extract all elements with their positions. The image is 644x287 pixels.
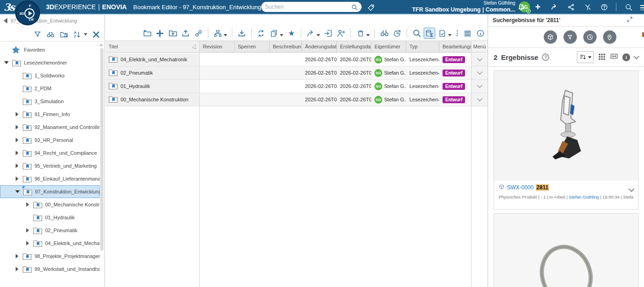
list-icon[interactable] [462,28,473,39]
tree-item-97-konstruktion-entwicklung[interactable]: 97_Konstruktion_Entwicklung [0,185,100,198]
row-menu-chevron-icon[interactable] [477,82,482,88]
column-header-typ[interactable]: Typ [406,41,439,52]
expand-arrow-icon[interactable] [26,202,29,207]
result-card[interactable]: SWX-00002811 Physisches Produkt | -.1 | … [494,70,638,210]
search-icon[interactable] [624,2,633,12]
page-caret-icon[interactable] [448,34,452,36]
binoculars-icon[interactable] [379,28,390,39]
tree-item-2-pdm[interactable]: 2_PDM [0,82,100,95]
close-x-icon[interactable] [92,30,101,39]
expand-arrow-icon[interactable] [16,112,18,117]
tree-item-93-hr-personal[interactable]: 93_HR_Personal [0,134,100,146]
tree-item-favoriten[interactable]: Favoriten [0,43,100,56]
column-header-beschreibung[interactable]: Beschreibung [270,41,302,52]
tree-item-lesezeichenordner[interactable]: Lesezeichenordner [0,56,100,69]
row-title[interactable]: 00_Mechanische Konstruktion [121,97,188,102]
tree-item-92-manament-und-controlling[interactable]: 92_Manament_und Controlling [0,121,100,134]
3dexperience-compass-logo[interactable]: Y 3D V.R [15,0,40,25]
bookmark-folder-new-icon[interactable] [141,28,153,39]
tree-arrow-slot[interactable] [14,176,20,181]
info-icon[interactable]: i [622,53,630,61]
collapse-arrow-icon[interactable] [15,190,20,193]
result-id-link[interactable]: SWX-0000 [507,184,534,191]
3d-cube-icon[interactable] [544,30,557,44]
tree-item-94-recht-und-compliance[interactable]: 94_Recht_und_Compliance [0,146,100,159]
tree-scrollbar[interactable] [100,48,104,251]
search-icon[interactable] [351,3,358,11]
sort-icon[interactable] [577,51,594,63]
table-row-00-mechanische-konstruktion[interactable]: 00_Mechanische Konstruktion2026-02-26T0.… [105,93,488,106]
hierarchy-caret-icon[interactable] [224,34,227,36]
tree-arrow-slot[interactable] [14,112,20,117]
column-header-erstellungsdatum[interactable]: Erstellungsdat... [337,41,371,52]
tree-item-01-hydraulik[interactable]: 01_Hydraulik [0,211,100,224]
tree-item-04-elektrik-und-mechatronik[interactable]: 04_Elektrik_und_Mechatronik [0,237,100,250]
row-menu-chevron-icon[interactable] [477,96,482,101]
filter-funnel-icon[interactable] [564,30,577,44]
row-title[interactable]: 04_Elektrik_und_Mechatronik [121,57,187,62]
info-icon[interactable] [475,28,486,39]
database-pending-icon[interactable] [424,28,435,39]
tree-arrow-slot[interactable] [25,241,30,246]
table-row-04-elektrik-und-mechatronik[interactable]: 04_Elektrik_und_Mechatronik2026-02-26T0.… [105,53,488,66]
global-search-input[interactable] [265,4,351,10]
tree-arrow-slot[interactable] [25,202,30,207]
menu-icon[interactable] [640,4,644,10]
expand-arrow-icon[interactable] [16,138,18,142]
tree-item-00-mechanische-konstruktion[interactable]: 00_Mechanische Konstruktion [0,198,100,211]
expand-arrow-icon[interactable] [26,228,29,233]
row-title[interactable]: 02_Pneumatik [121,70,153,76]
row-menu-chevron-icon[interactable] [477,69,482,74]
app-title-dropdown[interactable]: Bookmark Editor - 97_Konstruktion_Entwic… [133,4,268,11]
sort-caret-icon[interactable] [84,33,87,35]
share-caret-icon[interactable] [316,34,320,36]
binoculars-icon[interactable] [46,30,55,39]
tree-arrow-slot[interactable] [14,254,20,258]
door-in-icon[interactable] [322,28,334,39]
column-header-revision[interactable]: Revision [200,41,235,52]
download-icon[interactable] [236,28,247,39]
link-add-icon[interactable] [193,28,204,39]
grid-view-icon[interactable] [598,53,606,62]
filter-funnel-icon[interactable] [33,30,42,39]
result-card[interactable] [494,213,638,287]
tree-arrow-slot[interactable] [14,267,20,271]
help-icon[interactable]: ? [542,53,549,61]
column-header-eigentuemer[interactable]: Eigentümer [371,41,406,52]
import-icon[interactable] [180,28,191,39]
share-nodes-icon[interactable] [566,2,575,12]
copy-caret-icon[interactable] [280,34,283,36]
history-clock-icon[interactable] [583,30,597,44]
tree-item-91-firmen-info[interactable]: 91_Firmen_Info [0,108,100,121]
tree-arrow-slot[interactable] [14,151,20,155]
sort-icon[interactable]: ↓za [192,44,196,49]
help-icon[interactable] [599,2,609,12]
table-row-02-pneumatik[interactable]: 02_Pneumatik2026-02-26T0...2026-02-26T0.… [105,66,488,80]
expand-arrow-icon[interactable] [26,241,29,246]
sync-icon[interactable] [255,28,267,39]
row-title[interactable]: 01_Hydraulik [121,83,150,89]
pie-export-icon[interactable] [391,28,403,39]
tree-arrow-slot[interactable] [15,190,20,193]
tree-arrow-slot[interactable] [4,61,9,64]
page-check-icon[interactable] [437,28,448,39]
collapse-chevron-icon[interactable] [633,53,639,59]
share-arrow-icon[interactable] [550,2,559,12]
tree-arrow-slot[interactable] [14,164,20,168]
tree-item-95-vertrieb-und-marketing[interactable]: 95_Vertrieb_und_Marketing [0,159,100,172]
ys-logo-icon[interactable] [583,2,592,12]
trash-caret-icon[interactable] [366,34,370,36]
folder-export-icon[interactable] [59,30,69,39]
tree-item-02-pneumatik[interactable]: 02_Pneumatik [0,224,100,237]
tree-item-99-werkstatt-und-instandhaltung[interactable]: 99_Werkstatt_und_Instandhaltung [0,263,100,275]
tag-icon[interactable] [366,3,375,12]
tree-arrow-slot[interactable] [14,138,20,142]
column-header-menue[interactable]: Menü [472,41,488,52]
add-icon[interactable]: + [533,2,542,12]
expand-arrow-icon[interactable] [16,164,18,168]
collapse-arrow-icon[interactable] [4,61,9,64]
search-icon[interactable] [411,28,422,39]
column-header-sperren[interactable]: Sperren [235,41,270,52]
user-block[interactable]: Stefan Güthling TFR Sandbox Umgebung | C… [412,0,515,13]
expand-arrow-icon[interactable] [16,267,18,271]
